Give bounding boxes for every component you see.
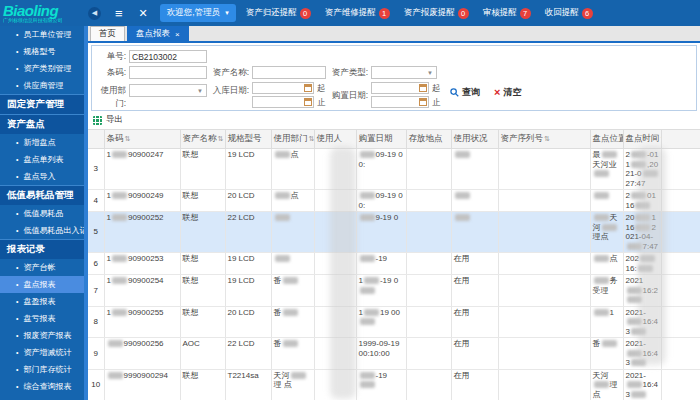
- menu-icon[interactable]: ≡: [115, 6, 123, 21]
- clear-button[interactable]: × 清空: [494, 86, 521, 99]
- chevron-down-icon: ▾: [225, 9, 229, 17]
- redacted-text: [594, 381, 609, 388]
- sidebar-section-header[interactable]: 固定资产管理: [0, 94, 84, 114]
- sidebar-item[interactable]: •低值易耗品出入记录: [0, 222, 84, 239]
- column-header[interactable]: 资产序列号⇅: [498, 130, 590, 149]
- tab[interactable]: 盘点报表×: [127, 26, 189, 41]
- redacted-text: [631, 328, 646, 335]
- table-cell: 190900255: [104, 306, 180, 338]
- table-row[interactable]: 3190900247联想19 LCD点09-19 00:最天河业2-01 1,2…: [88, 149, 700, 190]
- redacted-text: [275, 255, 290, 262]
- redacted-text: [602, 151, 617, 158]
- table-row[interactable]: 4190900249联想20 LCD点09-19 00:201 16: [88, 190, 700, 212]
- notification-item[interactable]: 审核提醒7: [483, 7, 531, 19]
- calendar-icon[interactable]: [419, 84, 427, 92]
- column-header[interactable]: 盘点时间⇅: [623, 130, 661, 149]
- column-header[interactable]: 资产名称⇅: [180, 130, 225, 149]
- table-cell: 点: [590, 253, 623, 275]
- notification-item[interactable]: 收回提醒6: [545, 7, 593, 19]
- sidebar: •员工单位管理•规格型号•资产类别管理•供应商管理固定资产管理资产盘点•新增盘点…: [0, 26, 84, 400]
- bullet-icon: •: [16, 298, 18, 305]
- search-button-label: 查询: [462, 86, 480, 99]
- buy-date-start-input[interactable]: [371, 82, 429, 94]
- bullet-icon: •: [16, 383, 18, 390]
- in-date-start-input[interactable]: [252, 82, 314, 94]
- order-no-input[interactable]: [129, 50, 207, 63]
- sidebar-item[interactable]: •新增盘点: [0, 134, 84, 151]
- table-cell: 09-19 00:: [356, 190, 406, 212]
- sort-icon[interactable]: ⇅: [125, 135, 131, 142]
- tab-close-icon[interactable]: ×: [175, 30, 180, 39]
- table-row[interactable]: 5190900252联想22 LCD9-19 0天河理点201 162021-0…: [88, 212, 700, 253]
- sort-icon[interactable]: ⇅: [309, 135, 315, 142]
- calendar-icon[interactable]: [304, 84, 312, 92]
- notification-label: 审核提醒: [483, 7, 517, 19]
- buy-date-end-input[interactable]: [371, 96, 429, 108]
- close-all-icon[interactable]: ✕: [139, 7, 148, 20]
- sidebar-item[interactable]: •盘亏报表: [0, 310, 84, 327]
- sidebar-item[interactable]: •供应商管理: [0, 77, 84, 94]
- column-header-label: 盘点位置: [593, 133, 624, 143]
- notification-item[interactable]: 资产归还提醒0: [246, 7, 311, 19]
- column-header[interactable]: 条码⇅: [104, 130, 180, 149]
- export-button[interactable]: 导出: [93, 114, 123, 126]
- sidebar-collapse-button[interactable]: ◀: [88, 7, 101, 20]
- sidebar-item-label: 部门库存统计: [23, 364, 71, 375]
- asset-type-select[interactable]: ▼: [371, 66, 437, 79]
- table-cell: [314, 338, 356, 370]
- table-row[interactable]: 8190900255联想20 LCD番119 00在用12021-16:43: [88, 306, 700, 338]
- notification-item[interactable]: 资产报废提醒0: [404, 7, 469, 19]
- redacted-text: [360, 381, 375, 388]
- barcode-input[interactable]: [129, 66, 207, 79]
- sidebar-item-label: 报废资产报表: [23, 330, 71, 341]
- redacted-text: [112, 192, 127, 199]
- sidebar-item-label: 综合查询报表: [23, 381, 71, 392]
- sidebar-item[interactable]: •员工单位管理: [0, 26, 84, 43]
- sidebar-section-header[interactable]: 报表记录: [0, 239, 84, 259]
- sidebar-section-header[interactable]: 低值易耗品管理: [0, 185, 84, 205]
- sidebar-item[interactable]: •盘点单列表: [0, 151, 84, 168]
- redacted-text: [635, 202, 650, 209]
- sidebar-item[interactable]: •综合查询报表: [0, 378, 84, 395]
- user-menu-button[interactable]: 欢迎您,管理员 ▾: [160, 4, 236, 22]
- in-date-end-input[interactable]: [252, 96, 314, 108]
- sidebar-item[interactable]: •规格型号: [0, 43, 84, 60]
- sidebar-section-header[interactable]: 资产盘点: [0, 114, 84, 134]
- tab[interactable]: 首页: [90, 26, 125, 41]
- table-cell: 天河理点: [590, 212, 623, 253]
- table-row[interactable]: 6190900253联想19 LCD-19在用点20216:: [88, 253, 700, 275]
- column-header[interactable]: 盘点位置⇅: [590, 130, 623, 149]
- sort-icon[interactable]: ⇅: [218, 135, 224, 142]
- table-row[interactable]: 9990900256AOC22 LCD番1999-09-19 00:10:00在…: [88, 338, 700, 370]
- notification-item[interactable]: 资产维修提醒1: [325, 7, 390, 19]
- table-row[interactable]: 7190900254联想19 LCD番1-19 0在用务受理202116:2: [88, 275, 700, 307]
- use-dept-select[interactable]: ▼: [129, 84, 207, 97]
- export-button-label: 导出: [106, 114, 123, 126]
- table-cell: 联想: [180, 253, 225, 275]
- redacted-text: [112, 309, 127, 316]
- sidebar-item[interactable]: •资产台帐: [0, 259, 84, 276]
- sidebar-item[interactable]: •报废资产报表: [0, 327, 84, 344]
- table-cell: 190900254: [104, 275, 180, 307]
- table-cell-empty: [661, 369, 700, 400]
- asset-name-input[interactable]: [252, 66, 326, 79]
- sort-icon[interactable]: ⇅: [544, 135, 550, 142]
- sidebar-item[interactable]: •盘点导入: [0, 168, 84, 185]
- tab-label: 盘点报表: [136, 28, 170, 40]
- sidebar-item[interactable]: •低值易耗品: [0, 205, 84, 222]
- calendar-icon[interactable]: [419, 98, 427, 106]
- dropdown-arrow-icon: ▼: [427, 70, 433, 76]
- table-row[interactable]: 109990900294联想T2214sa天河理 点-19在用天河理点2021-…: [88, 369, 700, 400]
- column-header[interactable]: 使用部门⇅: [271, 130, 314, 149]
- bullet-icon: •: [16, 227, 18, 234]
- sidebar-item[interactable]: •资产类别管理: [0, 60, 84, 77]
- search-button[interactable]: 查询: [450, 86, 480, 99]
- sidebar-item[interactable]: •盘点报表: [0, 276, 84, 293]
- sidebar-item[interactable]: •部门库存统计: [0, 361, 84, 378]
- sidebar-item[interactable]: •资产增减统计: [0, 344, 84, 361]
- calendar-icon[interactable]: [304, 98, 312, 106]
- table-cell: 联想: [180, 306, 225, 338]
- tab-bar: 首页盘点报表×: [88, 26, 700, 43]
- sidebar-item[interactable]: •盘盈报表: [0, 293, 84, 310]
- table-cell: [451, 212, 498, 253]
